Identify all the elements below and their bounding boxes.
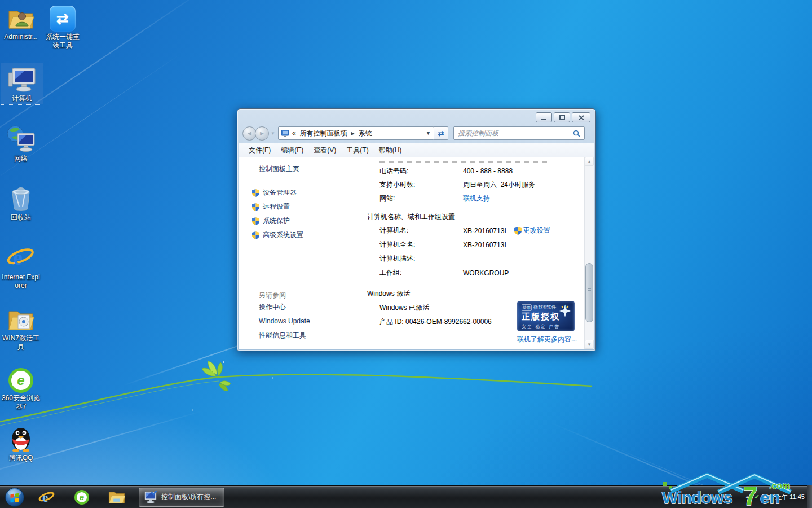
desktop-icon-label: 计算机: [1, 94, 43, 103]
workgroup-label: 工作组:: [379, 268, 463, 278]
menu-edit[interactable]: 编辑(E): [276, 144, 308, 157]
taskbar-internet-explorer[interactable]: e: [38, 489, 55, 506]
wallpaper-vine: [0, 350, 598, 446]
360-browser-icon: e: [74, 490, 89, 505]
tray-icon-security[interactable]: ✔: [754, 493, 760, 501]
scrollbar-track[interactable]: [585, 166, 594, 340]
desktop-icon-label: 腾讯QQ: [0, 454, 42, 462]
internet-explorer-icon: e: [38, 489, 55, 506]
desktop-icon-360-browser[interactable]: e 360安全浏览器7: [0, 365, 42, 411]
section-title: 计算机名称、域和工作组设置: [367, 212, 455, 222]
desktop-icon-administrator[interactable]: Administr...: [0, 3, 42, 41]
menu-view[interactable]: 查看(V): [308, 144, 341, 157]
badge-use-tag: 使用: [522, 304, 532, 311]
search-icon[interactable]: [573, 130, 580, 137]
desktop-icon-label: Internet Explorer: [1, 273, 41, 290]
user-folder-icon: [0, 3, 42, 32]
sidebar-item-control-panel-home[interactable]: 控制面板主页: [259, 164, 354, 174]
breadcrumb-all-panel-items[interactable]: 所有控制面板项: [300, 129, 347, 138]
network-icon: [0, 125, 42, 154]
learn-more-online-link[interactable]: 联机了解更多内容...: [517, 335, 577, 343]
active-task-label: 控制面板\所有控...: [161, 492, 216, 502]
recent-pages-icon[interactable]: ▼: [271, 131, 275, 136]
show-hidden-icons-button[interactable]: ▲: [745, 494, 749, 500]
activation-section-header: Windows 激活: [367, 289, 576, 299]
sidebar-item-performance-tools[interactable]: 性能信息和工具: [239, 329, 354, 343]
desktop-icon-recycle-bin[interactable]: 回收站: [0, 184, 42, 222]
desktop-icon-label: 回收站: [0, 213, 42, 222]
workgroup-value: WORKGROUP: [463, 269, 509, 277]
taskbar-360-browser[interactable]: e: [73, 489, 90, 506]
change-settings-label[interactable]: 更改设置: [523, 226, 550, 235]
system-content: 电话号码:400 - 888 - 8888 支持小时数:周日至周六 24小时服务…: [354, 157, 584, 349]
taskbar-explorer-folder[interactable]: [108, 489, 125, 506]
phone-value: 400 - 888 - 8888: [463, 167, 513, 175]
online-support-link[interactable]: 联机支持: [463, 194, 490, 203]
window-titlebar[interactable]: [237, 109, 595, 124]
change-settings-link[interactable]: 更改设置: [514, 226, 550, 235]
recycle-bin-icon: [0, 184, 42, 212]
address-dropdown-icon[interactable]: ▼: [422, 130, 431, 136]
tray-icon-network[interactable]: ▦: [765, 493, 770, 501]
see-also-header: 另请参阅: [259, 291, 354, 300]
control-panel-window-icon: [144, 491, 157, 503]
sidebar-item-system-protection[interactable]: 系统保护: [239, 214, 354, 228]
taskbar-clock[interactable]: 上午 11:45: [775, 493, 805, 501]
menu-tools[interactable]: 工具(T): [341, 144, 373, 157]
qq-penguin-icon: [0, 424, 42, 453]
search-input[interactable]: 搜索控制面板: [453, 126, 585, 140]
desktop-icon-qq[interactable]: 腾讯QQ: [0, 424, 42, 462]
desktop-icon-reinstall-tool[interactable]: ⇄ 系统一键重装工具: [42, 3, 83, 50]
phone-label: 电话号码:: [379, 167, 463, 176]
desktop-icon-computer[interactable]: 计算机: [1, 63, 43, 104]
360-browser-icon: e: [0, 365, 42, 393]
badge-sub-text: 安全 稳定 声誉: [522, 323, 570, 330]
maximize-button[interactable]: [554, 112, 570, 122]
window-content-frame: 文件(F) 编辑(E) 查看(V) 工具(T) 帮助(H) 控制面板主页 设备管: [239, 143, 594, 349]
breadcrumb-arrow-icon: ▶: [351, 131, 355, 136]
taskbar: e e 控制面板\所有控... ▲ ✔ ▦ 上午 11:45: [0, 485, 812, 508]
start-button[interactable]: [0, 487, 29, 507]
scrollbar-thumb[interactable]: [585, 263, 593, 322]
full-name-label: 计算机全名:: [379, 240, 463, 249]
address-bar[interactable]: « 所有控制面板项 ▶ 系统 ▼: [278, 126, 434, 140]
breadcrumb-system[interactable]: 系统: [359, 129, 372, 138]
desktop-icon-label: Administr...: [0, 33, 42, 41]
genuine-star-icon: [558, 304, 572, 318]
desktop-icon-network[interactable]: 网络: [0, 125, 42, 163]
scroll-up-button[interactable]: ▲: [585, 157, 594, 166]
sidebar: 控制面板主页 设备管理器: [239, 157, 354, 349]
uac-shield-icon: [252, 203, 259, 211]
uac-shield-icon: [252, 231, 259, 239]
menu-help[interactable]: 帮助(H): [374, 144, 407, 157]
desktop-icon-label: 360安全浏览器7: [1, 394, 41, 411]
close-button[interactable]: [572, 112, 590, 122]
uac-shield-icon: [252, 189, 259, 197]
minimize-button[interactable]: [536, 112, 552, 122]
refresh-button[interactable]: ⇄: [434, 126, 448, 140]
desktop-icon-win7-activator[interactable]: WIN7激活工具: [0, 305, 42, 351]
sidebar-item-device-manager[interactable]: 设备管理器: [239, 186, 354, 200]
sidebar-item-remote-settings[interactable]: 远程设置: [239, 200, 354, 214]
internet-explorer-icon: e: [0, 244, 42, 272]
maximize-icon: [559, 115, 565, 120]
computer-name-value: XB-20160713I: [463, 227, 506, 235]
sidebar-item-windows-update[interactable]: Windows Update: [239, 314, 354, 329]
vertical-scrollbar[interactable]: ▲ ▼: [584, 157, 594, 349]
genuine-software-badge[interactable]: 使用微软®软件 正版授权 安全 稳定 声誉: [517, 301, 575, 331]
activator-folder-icon: [0, 305, 42, 333]
scroll-down-button[interactable]: ▼: [585, 340, 594, 349]
clock-time: 上午 11:45: [775, 493, 805, 500]
sidebar-item-action-center[interactable]: 操作中心: [239, 300, 354, 314]
forward-button[interactable]: ►: [255, 126, 269, 141]
sidebar-item-advanced-system-settings[interactable]: 高级系统设置: [239, 228, 354, 242]
menu-file[interactable]: 文件(F): [244, 144, 276, 157]
full-name-value: XB-20160713I: [463, 241, 506, 249]
sidebar-item-label: 设备管理器: [263, 188, 297, 198]
close-icon: [579, 115, 584, 120]
show-desktop-button[interactable]: [807, 485, 812, 508]
breadcrumb-chevrons[interactable]: «: [292, 129, 296, 137]
taskbar-active-task-control-panel[interactable]: 控制面板\所有控...: [139, 488, 224, 507]
activation-body: Windows 已激活 产品 ID: 00426-OEM-8992662-000…: [367, 301, 584, 344]
desktop-icon-internet-explorer[interactable]: e Internet Explorer: [0, 244, 42, 290]
